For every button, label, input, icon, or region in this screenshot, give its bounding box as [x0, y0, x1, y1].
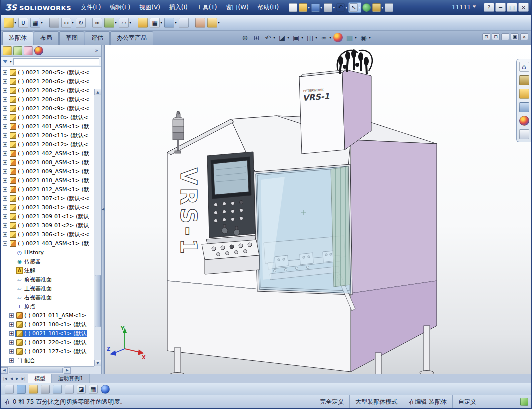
scrollbar-thumb[interactable]: [95, 275, 101, 327]
tree-item[interactable]: 前视基准面: [1, 275, 94, 284]
expand-toggle[interactable]: +: [9, 340, 14, 345]
reference-geometry-icon[interactable]: ▱: [118, 17, 132, 28]
rotate-component-icon[interactable]: ↻: [75, 17, 86, 28]
interference-detection-icon[interactable]: [195, 17, 206, 28]
tree-item[interactable]: + (-) 0021-127<1> (默认: [1, 347, 94, 356]
file-explorer-icon[interactable]: [519, 89, 529, 99]
print-icon[interactable]: [323, 3, 335, 12]
status-corner-icon[interactable]: [520, 398, 528, 406]
tree-item[interactable]: 上视基准面: [1, 284, 94, 293]
commandmanager-tab[interactable]: 草图: [59, 31, 84, 45]
menu-item[interactable]: 视图(V): [135, 0, 165, 15]
dropdown-caret-icon[interactable]: [320, 5, 322, 10]
expand-toggle[interactable]: +: [3, 160, 7, 165]
expand-toggle[interactable]: +: [3, 124, 7, 129]
menu-item[interactable]: 插入(I): [165, 0, 192, 15]
apply-scene-icon[interactable]: ▦: [344, 32, 357, 43]
sketch-icon[interactable]: [207, 17, 220, 28]
scrollbar-thumb[interactable]: [9, 368, 63, 373]
propertymanager-tab-icon[interactable]: [13, 46, 22, 55]
tree-item[interactable]: + (-) 0021-008_ASM<1> (默: [1, 158, 94, 167]
tree-item[interactable]: + (-) 0021-309-01<2> (默认: [1, 221, 94, 230]
expand-toggle[interactable]: +: [9, 322, 14, 327]
dropdown-caret-icon[interactable]: [333, 5, 335, 10]
featuremanager-tab-icon[interactable]: [3, 46, 12, 55]
commandmanager-tab[interactable]: 评估: [85, 31, 110, 45]
tree-item[interactable]: + (-) 0021-011_ASM<1>: [1, 311, 94, 320]
fullscreen-icon[interactable]: ⊡: [482, 33, 490, 40]
tree-horizontal-scrollbar[interactable]: ◀ ▶: [1, 366, 94, 374]
expand-toggle[interactable]: +: [3, 88, 7, 93]
minimize-button[interactable]: −: [495, 3, 506, 12]
assembly-visualization-icon[interactable]: ▦: [88, 384, 98, 394]
tree-item[interactable]: + (-) 0021-200<9> (默认<<: [1, 104, 94, 113]
expand-toggle[interactable]: +: [3, 142, 7, 147]
rebuild-icon[interactable]: [362, 3, 371, 12]
save-icon[interactable]: [311, 3, 323, 12]
tree-item[interactable]: + (-) 0021-307<1> (默认<<: [1, 194, 94, 203]
tree-item[interactable]: + (-) 0021-009_ASM<1> (默: [1, 167, 94, 176]
appearances-scenes-icon[interactable]: [519, 116, 529, 126]
tree-item[interactable]: + (-) 0021-100<1> (默认: [1, 320, 94, 329]
help-button[interactable]: ?: [484, 3, 494, 12]
section-view-icon[interactable]: ◪: [277, 32, 290, 43]
view-orientation-icon[interactable]: ▣: [291, 32, 304, 43]
section-view-bottom-icon[interactable]: ◪: [76, 384, 86, 394]
scroll-right-icon[interactable]: ▶: [64, 367, 71, 374]
appearance-sphere-icon[interactable]: [100, 384, 110, 394]
custom-properties-icon[interactable]: [519, 129, 529, 139]
expand-toggle[interactable]: +: [3, 133, 7, 138]
tree-item[interactable]: 原点: [1, 302, 94, 311]
expand-toggle[interactable]: +: [3, 232, 7, 237]
file-properties-icon[interactable]: [384, 3, 394, 12]
menu-item[interactable]: 文件(F): [76, 0, 105, 15]
view-palette-icon[interactable]: [519, 102, 529, 112]
doc-close-icon[interactable]: ×: [520, 33, 528, 40]
assembly-features-icon[interactable]: [104, 17, 117, 28]
isolate-icon[interactable]: [52, 384, 62, 394]
change-transparency-icon[interactable]: [16, 384, 26, 394]
tree-item[interactable]: + (-) 0021-200<11> (默认<: [1, 131, 94, 140]
new-document-icon[interactable]: [288, 3, 298, 12]
panel-expand-icon[interactable]: »: [95, 47, 99, 54]
scroll-left-icon[interactable]: ◀: [1, 367, 8, 374]
tree-filter-input[interactable]: [13, 58, 99, 65]
dropdown-caret-icon[interactable]: [308, 5, 310, 10]
dropdown-caret-icon[interactable]: [41, 20, 43, 25]
select-arrow-icon[interactable]: ↖: [348, 2, 361, 13]
dropdown-caret-icon[interactable]: [355, 35, 357, 40]
expand-toggle[interactable]: +: [3, 223, 7, 228]
view-settings-icon[interactable]: ◉: [358, 32, 371, 43]
model-tab[interactable]: 运动算例1: [52, 374, 90, 383]
expand-toggle[interactable]: +: [3, 70, 7, 75]
dropdown-caret-icon[interactable]: [287, 35, 289, 40]
expand-toggle[interactable]: +: [3, 151, 7, 156]
dropdown-caret-icon[interactable]: [369, 35, 371, 40]
zoom-to-fit-icon[interactable]: ⊕: [240, 32, 250, 43]
dropdown-caret-icon[interactable]: [160, 20, 162, 25]
tree-item[interactable]: + (-) 0021-308<1> (默认<<: [1, 203, 94, 212]
display-style-icon[interactable]: ◫: [305, 32, 318, 43]
tree-item[interactable]: 右视基准面: [1, 293, 94, 302]
dropdown-caret-icon[interactable]: [345, 5, 347, 10]
expand-toggle[interactable]: +: [3, 205, 7, 210]
tree-item[interactable]: + (-) 0021-012_ASM<1> (默: [1, 185, 94, 194]
explode-line-sketch-icon[interactable]: [178, 17, 189, 28]
tree-item[interactable]: + (-) 0021-200<7> (默认<<: [1, 86, 94, 95]
filter-caret-icon[interactable]: [10, 59, 12, 64]
expand-toggle[interactable]: +: [3, 214, 7, 219]
scroll-prev-button[interactable]: ◀: [9, 377, 14, 381]
design-library-icon[interactable]: [519, 75, 529, 85]
scroll-up-icon[interactable]: ▲: [94, 89, 101, 95]
zoom-to-area-icon[interactable]: ⊞: [251, 32, 262, 43]
options-icon[interactable]: [372, 3, 384, 12]
new-motion-study-icon[interactable]: [137, 17, 148, 28]
dropdown-caret-icon[interactable]: [218, 20, 220, 25]
model-tab[interactable]: 模型: [28, 374, 52, 383]
expand-toggle[interactable]: +: [3, 169, 7, 174]
expand-toggle[interactable]: +: [9, 331, 14, 336]
tree-item[interactable]: + (-) 0021-200<6> (默认<<: [1, 77, 94, 86]
splitter-arrow-icon[interactable]: ◀: [102, 207, 104, 211]
exploded-view-icon[interactable]: [164, 17, 177, 28]
large-design-review-icon[interactable]: [64, 384, 74, 394]
